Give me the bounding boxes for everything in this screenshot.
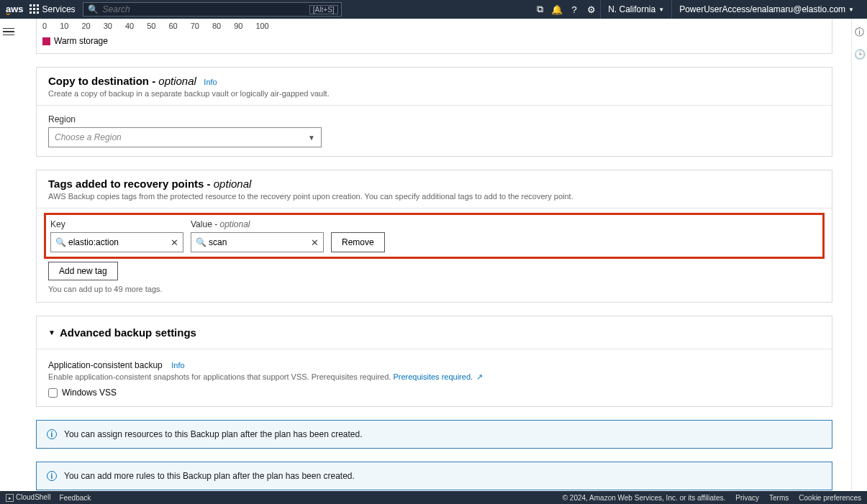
- main-content: 0 10 20 30 40 50 60 70 80 90 100 Warm st…: [17, 19, 851, 491]
- windows-vss-checkbox-row[interactable]: Windows VSS: [48, 388, 820, 398]
- info-link[interactable]: Info: [204, 78, 217, 86]
- tag-value-input[interactable]: [209, 237, 307, 247]
- axis-tick: 70: [191, 22, 199, 30]
- axis-tick: 60: [168, 22, 177, 30]
- info-text: You can add more rules to this Backup pl…: [64, 471, 355, 481]
- external-link-icon: ↗: [476, 372, 483, 381]
- remove-tag-button[interactable]: Remove: [331, 232, 385, 252]
- search-icon: 🔍: [55, 237, 66, 247]
- services-label: Services: [42, 4, 76, 14]
- region-selector[interactable]: N. California ▼: [600, 0, 671, 19]
- chart-axis: 0 10 20 30 40 50 60 70 80 90 100: [37, 19, 832, 32]
- caret-down-icon: ▼: [48, 329, 55, 336]
- tag-key-input[interactable]: [68, 237, 167, 247]
- info-assign-resources: i You can assign resources to this Backu…: [36, 420, 832, 449]
- search-shortcut: [Alt+S]: [309, 5, 338, 14]
- panel-title: Copy to destination - optional: [48, 75, 196, 87]
- search-input[interactable]: [103, 4, 337, 14]
- add-new-tag-button[interactable]: Add new tag: [48, 262, 118, 280]
- retention-panel-tail: 0 10 20 30 40 50 60 70 80 90 100 Warm st…: [36, 19, 832, 54]
- axis-tick: 10: [60, 22, 68, 30]
- info-text: You can assign resources to this Backup …: [64, 429, 363, 439]
- cloudshell-icon[interactable]: ⧉: [531, 4, 548, 15]
- prerequisites-link[interactable]: Prerequisites required.: [393, 372, 473, 381]
- settings-icon[interactable]: ⚙: [583, 4, 600, 15]
- windows-vss-label: Windows VSS: [62, 388, 117, 398]
- value-label: Value - optional: [191, 219, 324, 229]
- footer: ▸CloudShell Feedback © 2024, Amazon Web …: [0, 491, 867, 504]
- region-label: N. California: [608, 4, 655, 14]
- info-link[interactable]: Info: [171, 361, 184, 370]
- user-label: PowerUserAccess/enalamaru@elastio.com: [679, 4, 845, 14]
- advanced-settings-panel: ▼ Advanced backup settings Application-c…: [36, 316, 832, 407]
- feedback-link[interactable]: Feedback: [59, 494, 91, 502]
- cloudshell-icon: ▸: [6, 494, 14, 502]
- windows-vss-checkbox[interactable]: [48, 388, 58, 398]
- side-nav-toggle[interactable]: [3, 26, 14, 37]
- tags-hint: You can add up to 49 more tags.: [48, 285, 820, 293]
- clear-icon[interactable]: ✕: [171, 237, 178, 248]
- axis-tick: 100: [255, 22, 268, 30]
- history-icon[interactable]: 🕒: [854, 49, 866, 60]
- region-field-label: Region: [48, 114, 820, 124]
- account-menu[interactable]: PowerUserAccess/enalamaru@elastio.com ▼: [671, 0, 861, 19]
- help-icon[interactable]: ?: [566, 4, 583, 15]
- clear-icon[interactable]: ✕: [311, 237, 319, 248]
- info-icon: i: [47, 471, 57, 481]
- panel-title: Tags added to recovery points - optional: [48, 178, 251, 190]
- advanced-title: Advanced backup settings: [60, 326, 196, 339]
- legend: Warm storage: [37, 32, 832, 53]
- grid-icon: [29, 4, 40, 14]
- notifications-icon[interactable]: 🔔: [548, 4, 566, 15]
- tag-key-input-wrapper: 🔍 ✕: [50, 232, 183, 252]
- caret-down-icon: ▼: [308, 134, 315, 142]
- key-label: Key: [50, 219, 183, 229]
- tag-value-input-wrapper: 🔍 ✕: [191, 232, 324, 252]
- aws-logo[interactable]: aws ⌣: [6, 4, 24, 15]
- axis-tick: 90: [234, 22, 242, 30]
- axis-tick: 80: [212, 22, 221, 30]
- tag-input-highlight: Key 🔍 ✕ Value - optional 🔍 ✕: [44, 213, 825, 259]
- axis-tick: 20: [81, 22, 90, 30]
- cloudshell-link[interactable]: ▸CloudShell: [6, 493, 50, 503]
- search-icon: 🔍: [196, 237, 206, 247]
- axis-tick: 50: [147, 22, 155, 30]
- terms-link[interactable]: Terms: [769, 494, 789, 502]
- legend-label: Warm storage: [54, 36, 108, 46]
- info-panel-icon[interactable]: ⓘ: [855, 26, 864, 39]
- info-icon: i: [47, 429, 57, 439]
- top-navigation: aws ⌣ Services 🔍 [Alt+S] ⧉ 🔔 ? ⚙ N. Cali…: [0, 0, 867, 19]
- cookie-preferences-link[interactable]: Cookie preferences: [799, 494, 861, 502]
- advanced-toggle[interactable]: ▼ Advanced backup settings: [37, 316, 832, 349]
- caret-down-icon: ▼: [848, 6, 854, 13]
- app-consistent-desc: Enable application-consistent snapshots …: [48, 372, 820, 382]
- region-select[interactable]: Choose a Region ▼: [48, 127, 322, 147]
- info-add-rules: i You can add more rules to this Backup …: [36, 462, 832, 490]
- axis-tick: 40: [125, 22, 134, 30]
- copyright: © 2024, Amazon Web Services, Inc. or its…: [563, 494, 726, 502]
- panel-desc: Create a copy of backup in a separate ba…: [48, 89, 820, 98]
- global-search[interactable]: 🔍 [Alt+S]: [83, 2, 342, 17]
- right-rail: ⓘ 🕒: [851, 19, 867, 491]
- caret-down-icon: ▼: [658, 6, 664, 13]
- tags-panel: Tags added to recovery points - optional…: [36, 170, 832, 303]
- copy-destination-panel: Copy to destination - optional Info Crea…: [36, 67, 832, 157]
- search-icon: 🔍: [88, 4, 99, 14]
- services-menu[interactable]: Services: [29, 4, 76, 14]
- region-placeholder: Choose a Region: [55, 132, 122, 142]
- app-consistent-label: Application-consistent backup: [48, 360, 163, 370]
- legend-swatch-warm: [42, 37, 50, 45]
- axis-tick: 30: [104, 22, 112, 30]
- privacy-link[interactable]: Privacy: [735, 494, 759, 502]
- axis-tick: 0: [42, 22, 47, 30]
- panel-desc: AWS Backup copies tags from the protecte…: [48, 192, 820, 201]
